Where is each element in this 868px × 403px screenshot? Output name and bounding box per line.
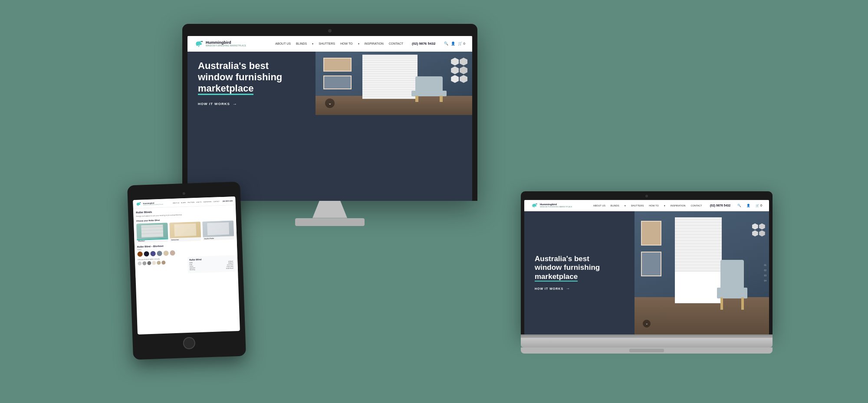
laptop-scroll-indicator[interactable]: ⌄ [643, 320, 651, 328]
laptop-hero-content: Australia's best window furnishing marke… [524, 246, 610, 299]
laptop-nav-links: ABOUT US BLINDS ▾ SHUTTERS HOW TO ▾ INSP… [593, 204, 762, 207]
laptop-logo: Hummingbird WINDOW FURNISHING MARKETPLAC… [531, 203, 572, 209]
laptop-user-icon[interactable]: 👤 [746, 204, 750, 207]
laptop-phone: (02) 9876 5432 [710, 204, 730, 207]
tablet-option-img-sunscreen [169, 221, 201, 238]
room-artwork-2 [323, 75, 352, 89]
fabric-color-row [138, 260, 185, 265]
tablet-nav-shutters[interactable]: SHUTTERS [187, 201, 194, 203]
laptop-cart-icon[interactable]: 🛒 0 [756, 204, 762, 207]
swatch-brown[interactable] [137, 251, 142, 256]
color-dot-6[interactable] [161, 260, 165, 264]
laptop-screen-assembly: Hummingbird WINDOW FURNISHING MARKETPLAC… [521, 191, 773, 334]
tablet-option-double[interactable]: Double Roller [202, 220, 234, 240]
laptop-nav-shutters[interactable]: SHUTTERS [631, 204, 644, 207]
swatch-navy[interactable] [144, 251, 149, 256]
nav-shutters[interactable]: SHUTTERS [319, 42, 335, 45]
swatch-blue[interactable] [150, 251, 155, 256]
laptop-trackpad[interactable] [629, 349, 664, 352]
laptop-keyboard [521, 347, 773, 354]
monitor-stand-neck [312, 201, 347, 218]
laptop-hexagon-deco [752, 223, 765, 236]
nav-howto[interactable]: HOW TO [340, 42, 353, 45]
color-dot-4[interactable] [152, 261, 156, 265]
laptop-blinds-arrow: ▾ [625, 204, 626, 207]
desktop-hero-image [316, 52, 472, 115]
svg-point-1 [536, 203, 537, 204]
laptop-nav-contact[interactable]: CONTACT [690, 204, 702, 207]
color-dot-3[interactable] [147, 261, 151, 265]
laptop-nav-about[interactable]: ABOUT US [593, 204, 605, 207]
laptop-search-icon[interactable]: 🔍 [737, 204, 741, 207]
howto-dropdown-icon: ▾ [358, 42, 359, 45]
desktop-hero-title: Australia's best window furnishing marke… [198, 60, 282, 95]
laptop-hinge [521, 334, 773, 338]
monitor-stand-base [295, 218, 365, 226]
tablet-nav-contact[interactable]: CONTACT [213, 200, 219, 202]
nav-blinds[interactable]: BLINDS [296, 42, 307, 45]
nav-contact[interactable]: CONTACT [389, 42, 403, 45]
desktop-phone: (02) 9876 5432 [412, 42, 435, 46]
tablet: Hummingbird WINDOW FURNISHING MARKETPLAC… [127, 181, 246, 360]
tablet-frame: Hummingbird WINDOW FURNISHING MARKETPLAC… [127, 181, 246, 360]
hummingbird-icon [194, 39, 204, 48]
room-artwork-1 [323, 58, 352, 72]
tablet-logo-bird-icon [135, 201, 141, 206]
desktop-logo-text: Hummingbird WINDOW FURNISHING MARKETPLAC… [206, 40, 246, 47]
tablet-nav-howto[interactable]: HOW TO [196, 201, 201, 203]
tablet-option-sunscreen[interactable]: Sunscreen [169, 221, 201, 241]
desktop-nav: Hummingbird WINDOW FURNISHING MARKETPLAC… [187, 36, 472, 52]
user-icon[interactable]: 👤 [451, 42, 455, 46]
laptop-nav-blinds[interactable]: BLINDS [611, 204, 619, 207]
scroll-indicator[interactable]: ⌄ [325, 98, 335, 108]
laptop-artwork-2 [641, 252, 661, 276]
hexagon-decoration [451, 58, 467, 83]
tablet-option-blockout[interactable]: Blockout [136, 223, 168, 242]
laptop-room-scene [635, 211, 769, 334]
desktop-hero: Australia's best window furnishing marke… [187, 52, 472, 115]
laptop-camera [645, 195, 648, 197]
tablet-option-img-double [202, 220, 234, 237]
laptop: Hummingbird WINDOW FURNISHING MARKETPLAC… [521, 191, 773, 354]
laptop-hero: Australia's best window furnishing marke… [524, 211, 769, 334]
laptop-hero-image [635, 211, 769, 334]
swatch-grey[interactable] [157, 250, 162, 256]
laptop-logo-bird-icon [531, 203, 538, 209]
svg-point-0 [202, 41, 203, 42]
monitor-camera [328, 29, 332, 33]
tablet-nav-about[interactable]: ABOUT US [173, 201, 179, 203]
nav-about[interactable]: ABOUT US [275, 42, 291, 45]
swatch-beige[interactable] [163, 250, 168, 256]
laptop-nav: Hummingbird WINDOW FURNISHING MARKETPLAC… [524, 200, 769, 211]
tablet-home-button[interactable] [183, 337, 195, 349]
color-dot-1[interactable] [138, 261, 141, 265]
blinds-dropdown-icon: ▾ [312, 42, 313, 45]
laptop-hero-cta[interactable]: HOW IT WORKS → [535, 286, 600, 291]
search-icon[interactable]: 🔍 [444, 42, 448, 46]
tablet-product-details: Width1200mm Drop1500mm ColourDove Grey O… [189, 260, 233, 271]
desktop-hero-cta[interactable]: HOW IT WORKS → [198, 102, 282, 106]
tablet-screen: Hummingbird WINDOW FURNISHING MARKETPLAC… [133, 196, 240, 334]
tablet-nav-inspiration[interactable]: INSPIRATION [203, 200, 211, 203]
room-chair [410, 74, 449, 102]
tablet-camera [183, 192, 185, 195]
tablet-nav-links: ABOUT US BLINDS SHUTTERS HOW TO INSPIRAT… [173, 200, 233, 203]
laptop-hero-title: Australia's best window furnishing marke… [535, 255, 600, 281]
tablet-nav-blinds[interactable]: BLINDS [181, 201, 186, 203]
color-dot-2[interactable] [142, 261, 146, 265]
tablet-fabric-left: Choose from 6 fabric colours [138, 257, 185, 275]
tablet-blind-options: Blockout Sunscreen [136, 220, 234, 243]
laptop-room-chair [715, 254, 749, 310]
monitor-frame: Hummingbird WINDOW FURNISHING MARKETPLAC… [182, 24, 477, 201]
nav-inspiration[interactable]: INSPIRATION [365, 42, 384, 45]
tablet-product-card: Roller Blind Width1200mm Drop1500mm Colo… [187, 255, 235, 273]
color-dot-5[interactable] [157, 261, 161, 265]
desktop-nav-links: ABOUT US BLINDS ▾ SHUTTERS HOW TO ▾ INSP… [275, 42, 465, 46]
cart-icon[interactable]: 🛒 0 [458, 42, 465, 46]
laptop-screen: Hummingbird WINDOW FURNISHING MARKETPLAC… [524, 200, 769, 334]
laptop-nav-howto[interactable]: HOW TO [649, 204, 658, 207]
room-scene [316, 52, 472, 115]
swatch-blush[interactable] [170, 250, 175, 255]
laptop-nav-inspiration[interactable]: INSPIRATION [671, 204, 686, 207]
tablet-option-img-blockout [136, 223, 168, 239]
